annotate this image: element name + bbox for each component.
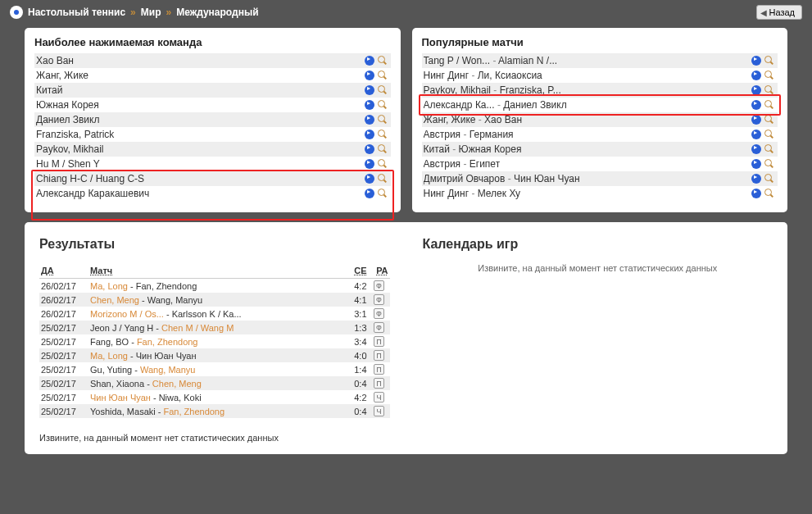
- magnify-icon[interactable]: [378, 144, 388, 154]
- match-row[interactable]: Tang P / Won... - Alamian N /...: [422, 53, 778, 68]
- match-row[interactable]: Дмитрий Овчаров - Чин Юан Чуан: [422, 171, 778, 186]
- team-row[interactable]: Franziska, Patrick: [34, 127, 391, 142]
- team-name: Franziska, Patrick: [36, 129, 365, 140]
- result-match: Yoshida, Masaki - Fan, Zhendong: [88, 404, 347, 418]
- play-icon[interactable]: [365, 115, 374, 125]
- match-row[interactable]: Нинг Динг - Мелек Ху: [422, 186, 778, 201]
- magnify-icon[interactable]: [764, 130, 774, 139]
- result-match: Ma, Long - Fan, Zhendong: [88, 279, 347, 293]
- magnify-icon[interactable]: [764, 159, 774, 169]
- magnify-icon[interactable]: [378, 159, 388, 169]
- result-match: Shan, Xiaona - Chen, Meng: [88, 376, 347, 390]
- popular-teams-title: Наиболее нажимаемая команда: [34, 36, 391, 48]
- header-score[interactable]: СЕ: [347, 263, 369, 279]
- play-icon[interactable]: [365, 56, 374, 66]
- magnify-icon[interactable]: [378, 100, 388, 110]
- magnify-icon[interactable]: [764, 144, 774, 154]
- play-icon[interactable]: [751, 115, 761, 125]
- play-icon[interactable]: [751, 189, 761, 198]
- play-icon[interactable]: [365, 100, 374, 110]
- match-row[interactable]: Китай - Южная Корея: [422, 142, 778, 157]
- magnify-icon[interactable]: [378, 85, 388, 95]
- magnify-icon[interactable]: [378, 71, 388, 80]
- magnify-icon[interactable]: [378, 115, 388, 125]
- result-round: Ф: [369, 307, 390, 321]
- magnify-icon[interactable]: [764, 174, 774, 184]
- magnify-icon[interactable]: [764, 115, 774, 125]
- team-name: Paykov, Mikhail: [36, 143, 365, 155]
- team-row[interactable]: Hu M / Shen Y: [34, 157, 391, 171]
- team-name: Хао Ван: [36, 55, 365, 66]
- play-icon[interactable]: [751, 174, 761, 184]
- result-match: Fang, BO - Fan, Zhendong: [88, 334, 347, 348]
- magnify-icon[interactable]: [764, 71, 774, 80]
- result-row[interactable]: 26/02/17Morizono M / Os... - Karlsson K …: [39, 307, 390, 321]
- result-row[interactable]: 26/02/17Chen, Meng - Wang, Manyu4:1Ф: [39, 293, 390, 307]
- play-icon[interactable]: [751, 100, 761, 110]
- play-icon[interactable]: [751, 85, 761, 95]
- result-date: 25/02/17: [39, 404, 88, 418]
- play-icon[interactable]: [751, 71, 761, 80]
- back-label: Назад: [769, 7, 795, 17]
- match-row[interactable]: Жанг, Жике - Хао Ван: [422, 112, 778, 127]
- result-match: Jeon J / Yang H - Chen M / Wang M: [88, 321, 347, 334]
- match-row[interactable]: Нинг Динг - Ли, Ксиаоксиа: [422, 68, 778, 83]
- team-row[interactable]: Александр Каракашевич: [34, 186, 391, 201]
- result-row[interactable]: 26/02/17Ma, Long - Fan, Zhendong4:2Ф: [39, 279, 390, 293]
- play-icon[interactable]: [751, 56, 761, 66]
- match-row[interactable]: Австрия - Германия: [422, 127, 778, 142]
- team-row[interactable]: Chiang H-C / Huang C-S: [34, 171, 391, 186]
- match-text: Александр Ка... - Даниел Звикл: [424, 99, 752, 111]
- result-match: Morizono M / Os... - Karlsson K / Ka...: [88, 307, 347, 321]
- result-row[interactable]: 25/02/17Чин Юан Чуан - Niwa, Koki4:2Ч: [39, 390, 390, 404]
- team-row[interactable]: Жанг, Жике: [34, 68, 391, 83]
- result-row[interactable]: 25/02/17Ma, Long - Чин Юан Чуан4:0П: [39, 348, 390, 362]
- match-row[interactable]: Paykov, Mikhail - Franziska, P...: [422, 83, 778, 98]
- play-icon[interactable]: [751, 130, 761, 139]
- team-row[interactable]: Хао Ван: [34, 53, 391, 68]
- magnify-icon[interactable]: [764, 56, 774, 66]
- magnify-icon[interactable]: [764, 100, 774, 110]
- popular-matches-title: Популярные матчи: [422, 36, 778, 48]
- play-icon[interactable]: [365, 189, 374, 198]
- play-icon[interactable]: [751, 144, 761, 154]
- match-text: Китай - Южная Корея: [424, 143, 752, 155]
- play-icon[interactable]: [365, 174, 374, 184]
- team-row[interactable]: Китай: [34, 83, 391, 98]
- result-row[interactable]: 25/02/17Jeon J / Yang H - Chen M / Wang …: [39, 321, 390, 334]
- play-icon[interactable]: [365, 130, 374, 139]
- breadcrumb-sport[interactable]: Настольный теннис: [28, 7, 125, 18]
- results-column: Результаты ДА Матч СЕ РА 26/02/17Ma, Lon…: [39, 237, 390, 443]
- play-icon[interactable]: [365, 159, 374, 169]
- play-icon[interactable]: [365, 85, 374, 95]
- header-match[interactable]: Матч: [88, 263, 347, 279]
- breadcrumb-league[interactable]: Международный: [176, 7, 258, 18]
- result-row[interactable]: 25/02/17Yoshida, Masaki - Fan, Zhendong0…: [39, 404, 390, 418]
- result-row[interactable]: 25/02/17Shan, Xiaona - Chen, Meng0:4П: [39, 376, 390, 390]
- magnify-icon[interactable]: [378, 130, 388, 139]
- match-row[interactable]: Австрия - Египет: [422, 157, 778, 171]
- team-row[interactable]: Южная Корея: [34, 98, 391, 112]
- magnify-icon[interactable]: [764, 189, 774, 198]
- magnify-icon[interactable]: [764, 85, 774, 95]
- result-row[interactable]: 25/02/17Fang, BO - Fan, Zhendong3:4П: [39, 334, 390, 348]
- team-row[interactable]: Paykov, Mikhail: [34, 142, 391, 157]
- breadcrumb: Настольный теннис » Мир » Международный: [10, 6, 259, 19]
- result-round: Ч: [369, 390, 390, 404]
- play-icon[interactable]: [365, 144, 374, 154]
- breadcrumb-region[interactable]: Мир: [141, 7, 161, 18]
- team-name: Chiang H-C / Huang C-S: [36, 173, 365, 184]
- magnify-icon[interactable]: [378, 189, 388, 198]
- play-icon[interactable]: [751, 159, 761, 169]
- magnify-icon[interactable]: [378, 56, 388, 66]
- result-score: 1:4: [347, 362, 369, 376]
- header-ra[interactable]: РА: [369, 263, 390, 279]
- calendar-empty: Извините, на данный момент нет статистич…: [423, 263, 773, 273]
- result-row[interactable]: 25/02/17Gu, Yuting - Wang, Manyu1:4П: [39, 362, 390, 376]
- team-row[interactable]: Даниел Звикл: [34, 112, 391, 127]
- play-icon[interactable]: [365, 71, 374, 80]
- header-date[interactable]: ДА: [39, 263, 88, 279]
- magnify-icon[interactable]: [378, 174, 388, 184]
- match-row[interactable]: Александр Ка... - Даниел Звикл: [422, 98, 778, 112]
- back-button[interactable]: Назад: [756, 5, 802, 20]
